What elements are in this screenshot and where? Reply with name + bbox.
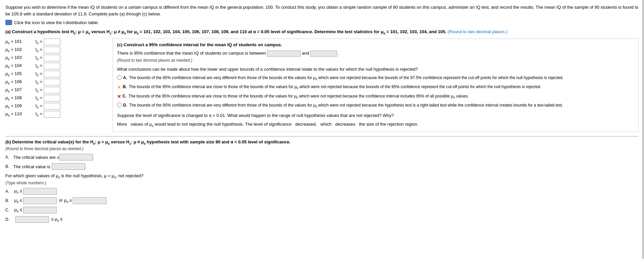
hypothesis-row-105: μ0 = 105 t0 = — [5, 71, 109, 77]
hypothesis-row-109: μ0 = 109 t0 = — [5, 103, 109, 110]
t0-input-106[interactable] — [44, 79, 60, 85]
null-opt-b-input2[interactable] — [73, 197, 106, 204]
null-opt-a-prefix: μ0 ≥ — [13, 188, 22, 194]
t0-input-103[interactable] — [44, 55, 60, 61]
confidence-lower-input[interactable] — [267, 51, 301, 57]
mu-label-106: μ0 = 106 — [5, 79, 36, 85]
null-opt-c-input[interactable] — [23, 207, 57, 213]
hypothesis-row-107: μ0 = 107 t0 = — [5, 87, 109, 93]
right-panel: (c) Construct a 95% confidence interval … — [113, 39, 639, 132]
more-prefix: More — [117, 122, 127, 127]
hypothesis-row-103: μ0 = 103 t0 = — [5, 55, 109, 61]
t-dist-link-label: Click the icon to view the t-distributio… — [14, 20, 99, 25]
star-b: ★ — [117, 84, 121, 91]
mu-label-107: μ0 = 107 — [5, 87, 36, 93]
decreased-text: decreased, — [295, 122, 317, 127]
part-c-title: (c) Construct a 95% confidence interval … — [117, 42, 634, 47]
null-opt-d-middle: ≤ μ0 ≤ — [50, 216, 63, 222]
type-whole-note: (Type whole numbers.) — [5, 181, 639, 185]
conclusions-question: What conclusions can be made about how t… — [117, 66, 634, 73]
which-text: which — [320, 122, 331, 127]
mu-label-108: μ0 = 108 — [5, 95, 36, 101]
t0-label-107: t0 = — [36, 87, 42, 93]
scroll-indicator[interactable] — [642, 0, 644, 259]
t-dist-link[interactable]: Click the icon to view the t-distributio… — [5, 20, 639, 25]
t0-label-106: t0 = — [36, 79, 42, 85]
critical-option-b: B. The critical value is . — [5, 163, 639, 170]
round-note: (Round to two decimal places.) — [447, 29, 507, 34]
hypothesis-row-110: μ0 = 110 t0 = — [5, 111, 109, 118]
option-d-text: The bounds of the 95% confidence interva… — [129, 103, 563, 109]
t0-label-104: t0 = — [36, 63, 42, 69]
option-b[interactable]: ★ B. The bounds of the 95% confidence in… — [117, 84, 634, 91]
null-opt-a: A. μ0 ≥ — [5, 188, 639, 195]
option-c[interactable]: ✕ C. The bounds of the 95% confidence in… — [117, 93, 634, 100]
t0-label-101: t0 = — [36, 39, 42, 45]
mu-label-104: μ0 = 104 — [5, 63, 36, 69]
hypothesis-row-104: μ0 = 104 t0 = — [5, 63, 109, 69]
null-opt-b-prefix: μ0 ≤ — [13, 198, 22, 204]
hypothesis-row-108: μ0 = 108 t0 = — [5, 95, 109, 102]
t0-input-107[interactable] — [44, 87, 60, 93]
part-a-bold: (a) — [5, 29, 11, 34]
x-c: ✕ — [117, 93, 121, 100]
radio-d[interactable] — [117, 103, 122, 107]
null-opt-a-input[interactable] — [23, 188, 57, 195]
critical-a-input[interactable] — [59, 154, 93, 160]
critical-b-post: . — [85, 164, 87, 169]
hypothesis-row-106: μ0 = 106 t0 = — [5, 79, 109, 85]
confidence-text2: . — [338, 51, 340, 56]
decreases-text: decreases — [335, 122, 355, 127]
significance-question: Suppose the level of significance is cha… — [117, 112, 634, 119]
mu-label-102: μ0 = 102 — [5, 47, 36, 53]
confidence-round-note: (Round to two decimal places as needed.) — [117, 58, 634, 63]
more-mu-text: values of μ0 would lead to not rejecting… — [130, 122, 291, 127]
mu-label-101: μ0 = 101 — [5, 39, 36, 45]
the-text: the size of the rejection region. — [359, 122, 418, 127]
t0-input-110[interactable] — [44, 111, 60, 118]
critical-a-post: . — [93, 155, 94, 160]
null-opt-d-letter: D. — [5, 217, 12, 222]
option-c-text: The bounds of the 95% confidence interva… — [128, 93, 469, 100]
option-a-letter: A. — [123, 75, 129, 81]
critical-b-pre: The critical value is — [12, 164, 50, 169]
t0-label-109: t0 = — [36, 103, 42, 109]
critical-a-pre: The critical values are ± — [12, 155, 59, 160]
t0-input-108[interactable] — [44, 95, 60, 102]
null-opt-b-letter: B. — [5, 198, 12, 203]
null-opt-c-letter: C. — [5, 208, 12, 212]
part-a-label: (a) Construct a hypothesis test H0: μ = … — [5, 28, 639, 36]
radio-a[interactable] — [117, 75, 122, 80]
part-b-section: (b) Determine the critical value(s) for … — [5, 136, 639, 223]
null-opt-c-prefix: μ0 ≤ — [13, 207, 22, 213]
and-text: and — [302, 51, 310, 56]
null-opt-d-space — [13, 217, 14, 222]
intro-paragraph: Suppose you wish to determine if the mea… — [5, 4, 639, 17]
mu-label-103: μ0 = 103 — [5, 55, 36, 61]
option-b-text: The bounds of the 95% confidence interva… — [129, 84, 541, 90]
mu-label-110: μ0 = 110 — [5, 111, 36, 117]
t0-label-103: t0 = — [36, 55, 42, 61]
option-d-letter: D. — [123, 103, 129, 108]
null-opt-d-input1[interactable] — [15, 216, 49, 223]
critical-option-a: A. The critical values are ± . — [5, 154, 639, 160]
t0-input-104[interactable] — [44, 63, 60, 69]
main-layout: μ0 = 101 t0 = μ0 = 102 t0 = μ0 = 103 t0 … — [5, 39, 639, 132]
t0-input-101[interactable] — [44, 39, 60, 45]
null-opt-b-input1[interactable] — [23, 197, 57, 204]
confidence-upper-input[interactable] — [310, 51, 337, 57]
option-c-letter: C. — [122, 93, 128, 99]
t0-input-105[interactable] — [44, 71, 60, 77]
option-a[interactable]: A. The bounds of the 95% confidence inte… — [117, 75, 634, 81]
t0-input-102[interactable] — [44, 47, 60, 53]
option-d[interactable]: D. The bounds of the 95% confidence inte… — [117, 103, 634, 109]
t0-label-102: t0 = — [36, 47, 42, 53]
part-b-bold: (b) — [5, 139, 11, 144]
critical-b-input[interactable] — [52, 163, 85, 170]
mu-label-109: μ0 = 109 — [5, 103, 36, 109]
mu-label-105: μ0 = 105 — [5, 71, 36, 77]
t0-input-109[interactable] — [44, 103, 60, 110]
null-opt-a-letter: A. — [5, 189, 12, 194]
null-opt-b-middle: or μ0 ≥ — [58, 198, 72, 204]
critical-opt-b-letter: B. — [5, 164, 12, 169]
